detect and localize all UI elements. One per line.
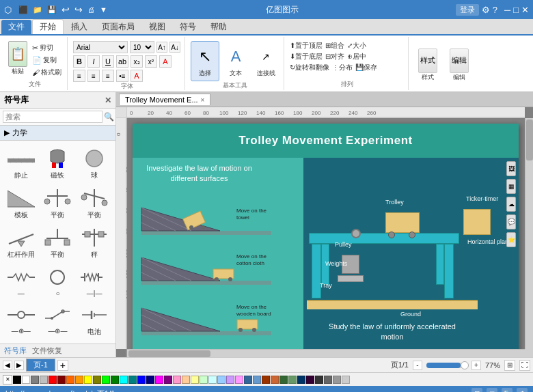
- color-swatch-31[interactable]: [288, 376, 297, 384]
- diagram-page[interactable]: Trolley Movement Experiment Investigate …: [133, 124, 519, 357]
- symbol-scale[interactable]: 秤: [77, 224, 111, 261]
- increase-font-btn[interactable]: A↑: [156, 42, 167, 53]
- superscript-btn[interactable]: x²: [145, 55, 157, 68]
- strikethrough-btn[interactable]: ab: [116, 55, 128, 68]
- color-swatch-24[interactable]: [226, 376, 234, 384]
- color-swatch-8[interactable]: [84, 376, 92, 384]
- color-swatch-5[interactable]: [57, 376, 66, 384]
- tab-symbols[interactable]: 符号: [173, 20, 203, 34]
- canvas-viewport[interactable]: 0 20 40 60 80 100 120 140 160 180 200 22…: [116, 107, 533, 357]
- fullscreen-btn[interactable]: ⛶: [519, 360, 530, 371]
- color-swatch-14[interactable]: [137, 376, 146, 384]
- color-swatch-21[interactable]: [200, 376, 208, 384]
- symbol-spring2[interactable]: —|—: [77, 264, 111, 298]
- bold-btn[interactable]: B: [73, 55, 85, 68]
- symbol-balance1[interactable]: 平衡: [41, 184, 75, 221]
- align-center-btn[interactable]: ≡: [87, 70, 100, 82]
- login-btn[interactable]: 登录: [456, 4, 479, 16]
- edit-button[interactable]: 编辑 编辑: [446, 46, 473, 85]
- subscript-btn[interactable]: x₂: [131, 55, 143, 68]
- icon-btn-4[interactable]: 💬: [506, 214, 516, 229]
- color-swatch-37[interactable]: [342, 376, 350, 384]
- symbol-ball[interactable]: 球: [77, 145, 111, 182]
- page-nav-prev[interactable]: ◀: [3, 361, 12, 370]
- color-swatch-2[interactable]: [31, 376, 39, 384]
- color-swatch-13[interactable]: [128, 376, 137, 384]
- icon-btn-3[interactable]: ☁: [506, 197, 516, 212]
- zoom-out-btn[interactable]: -: [413, 361, 422, 370]
- color-swatch-20[interactable]: [191, 376, 199, 384]
- color-swatch-15[interactable]: [146, 376, 154, 384]
- v-scroll-thumb[interactable]: [526, 120, 533, 160]
- send-to-back-btn[interactable]: ⬇置于底层: [290, 52, 323, 61]
- select-tool-button[interactable]: ↖ 选择: [191, 41, 219, 81]
- no-fill-swatch[interactable]: ✕: [3, 375, 12, 384]
- symbol-lib-close[interactable]: ✕: [105, 96, 111, 105]
- rotate-btn[interactable]: ↻旋转和翻像: [290, 63, 329, 72]
- icon-btn-2[interactable]: ▦: [506, 179, 516, 194]
- tab-help[interactable]: 帮助: [204, 20, 234, 34]
- qa-undo[interactable]: ↩: [60, 4, 71, 15]
- style-button[interactable]: 样式 样式: [414, 46, 441, 85]
- canvas-tab-close[interactable]: ×: [201, 96, 205, 104]
- file-restore-tab[interactable]: 文件恢复: [32, 346, 62, 356]
- color-swatch-34[interactable]: [315, 376, 323, 384]
- color-swatch-33[interactable]: [306, 376, 314, 384]
- tab-insert[interactable]: 插入: [64, 20, 94, 34]
- color-swatch-35[interactable]: [324, 376, 332, 384]
- v-scrollbar[interactable]: [525, 118, 533, 349]
- page-tab-active[interactable]: 页-1: [26, 359, 55, 372]
- color-swatch-30[interactable]: [279, 376, 288, 384]
- text-tool-button[interactable]: A 文本: [222, 42, 249, 81]
- color-swatch-3[interactable]: [40, 376, 48, 384]
- color-swatch-19[interactable]: [182, 376, 190, 384]
- color-swatch-22[interactable]: [208, 376, 217, 384]
- help-icon[interactable]: ?: [493, 5, 497, 15]
- canvas-tab-active[interactable]: Trolley Movement E... ×: [119, 94, 210, 105]
- paste-button[interactable]: 📋 粘贴: [7, 40, 29, 77]
- align-btn[interactable]: ⊟对齐: [325, 52, 344, 61]
- align-right-btn[interactable]: ≡: [102, 70, 114, 82]
- page-nav-next[interactable]: ▶: [14, 361, 24, 370]
- fit-page-btn[interactable]: ⊞: [504, 360, 515, 371]
- color-swatch-0[interactable]: [13, 376, 21, 384]
- qa-save[interactable]: 💾: [46, 5, 58, 14]
- format-painter-button[interactable]: 🖌格式刷: [31, 67, 63, 78]
- qa-new[interactable]: ⬛: [17, 5, 29, 14]
- color-swatch-4[interactable]: [49, 376, 57, 384]
- color-swatch-25[interactable]: [235, 376, 243, 384]
- color-swatch-18[interactable]: [173, 376, 181, 384]
- color-swatch-1[interactable]: [22, 376, 30, 384]
- center-btn[interactable]: ⊕居中: [347, 52, 366, 61]
- qa-open[interactable]: 📁: [31, 5, 44, 14]
- icon-btn-1[interactable]: 🖼: [506, 161, 516, 176]
- symbol-static[interactable]: 静止: [4, 145, 38, 182]
- search-icon[interactable]: 🔍: [104, 112, 114, 122]
- symbol-slope[interactable]: 模板: [4, 184, 38, 221]
- status-icon-3[interactable]: 🔍: [502, 388, 512, 392]
- color-swatch-29[interactable]: [271, 376, 279, 384]
- symbol-balance3[interactable]: 平衡: [41, 224, 75, 261]
- symbol-search-input[interactable]: [3, 111, 102, 123]
- close-btn[interactable]: ✕: [521, 5, 529, 15]
- save-arrange-btn[interactable]: 💾保存: [355, 63, 377, 72]
- color-swatch-36[interactable]: [333, 376, 341, 384]
- status-icon-2[interactable]: ⊞: [487, 388, 497, 392]
- underline-btn[interactable]: U: [102, 55, 114, 68]
- icon-btn-5[interactable]: ⭐: [506, 232, 516, 247]
- cut-button[interactable]: ✂剪切: [31, 42, 63, 53]
- status-icon-4[interactable]: ⚙: [517, 388, 528, 392]
- color-swatch-10[interactable]: [102, 376, 110, 384]
- zoom-in-btn[interactable]: +: [472, 361, 481, 370]
- color-swatch-28[interactable]: [262, 376, 270, 384]
- qa-more[interactable]: ▼: [98, 5, 109, 14]
- font-size-select[interactable]: 10: [130, 41, 154, 53]
- color-swatch-26[interactable]: [244, 376, 252, 384]
- tab-page-layout[interactable]: 页面布局: [95, 20, 141, 34]
- tab-home[interactable]: 开始: [32, 19, 64, 34]
- bullet-btn[interactable]: •≡: [116, 70, 128, 82]
- h-scroll-thumb[interactable]: [128, 350, 210, 357]
- symbol-spst[interactable]: —⊕—: [41, 301, 75, 338]
- qa-print[interactable]: 🖨: [86, 5, 96, 14]
- color-swatch-11[interactable]: [111, 376, 119, 384]
